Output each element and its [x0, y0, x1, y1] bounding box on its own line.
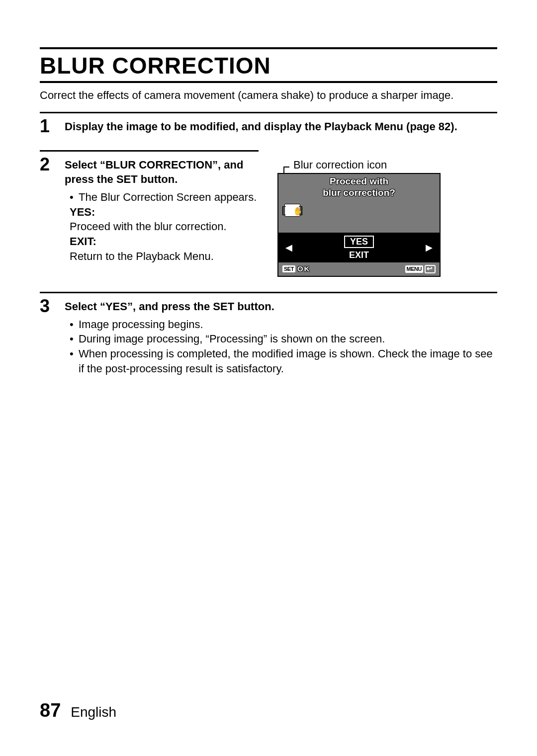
screen-prompt-line1: Proceed with: [278, 176, 440, 187]
step-3-number: 3: [40, 296, 65, 315]
step3-rule: [40, 292, 497, 293]
manual-page: BLUR CORRECTION Correct the effects of c…: [0, 0, 537, 756]
page-title: BLUR CORRECTION: [40, 52, 497, 79]
rule-top: [40, 47, 497, 49]
step-3: 3 Select “YES”, and press the SET button…: [40, 296, 497, 376]
step-1-heading: Display the image to be modified, and di…: [65, 120, 457, 133]
bullet-icon: •: [70, 332, 79, 346]
step-3-bullet-3: • When processing is completed, the modi…: [65, 346, 497, 376]
step-2-number: 2: [40, 155, 65, 173]
step-2-figure: Blur correction icon Proceed with blur c…: [268, 158, 497, 277]
bullet-icon: •: [70, 346, 79, 376]
step-2-text: Select “BLUR CORRECTION”, and press the …: [65, 158, 259, 277]
step-2-heading: Select “BLUR CORRECTION”, and press the …: [65, 158, 259, 187]
step-3-bullet-3-text: When processing is completed, the modifi…: [79, 346, 497, 376]
camera-screen: Proceed with blur correction? ✋ ◀ YES: [277, 173, 441, 277]
step-2-exit-text: Return to the Playback Menu.: [65, 249, 259, 264]
rule-under-title: [40, 81, 497, 83]
step-3-bullet-2-text: During image processing, “Processing” is…: [79, 332, 385, 346]
step-2-yes-label: YES:: [65, 205, 259, 220]
hand-icon: ✋: [293, 206, 303, 217]
right-arrow-icon[interactable]: ▶: [426, 242, 433, 253]
return-icon: [425, 265, 436, 273]
step1-rule: [40, 112, 497, 113]
option-yes[interactable]: YES: [344, 236, 374, 248]
page-number: 87: [40, 700, 61, 721]
step-3-heading: Select “YES”, and press the SET button.: [65, 299, 497, 314]
ok-text: OK: [297, 264, 311, 273]
step-1: 1 Display the image to be modified, and …: [40, 116, 497, 135]
left-arrow-icon[interactable]: ◀: [285, 242, 292, 253]
figure-label: Blur correction icon: [293, 158, 497, 172]
set-ok-indicator: SETOK: [282, 263, 310, 274]
step-2-exit-label: EXIT:: [65, 234, 259, 249]
step-2-bullet-1: • The Blur Correction Screen appears.: [65, 190, 259, 205]
step-2-yes-text: Proceed with the blur correction.: [65, 219, 259, 234]
screen-prompt: Proceed with blur correction?: [278, 174, 440, 202]
step-3-bullet-1-text: Image processing begins.: [79, 317, 203, 332]
screen-preview-area: ✋: [278, 202, 440, 233]
screen-options-row: ◀ YES EXIT ▶: [278, 233, 440, 262]
blur-correction-icon: ✋: [284, 204, 300, 217]
step-1-number: 1: [40, 116, 65, 135]
bullet-icon: •: [70, 317, 79, 332]
option-exit[interactable]: EXIT: [349, 250, 369, 260]
step-3-bullet-2: • During image processing, “Processing” …: [65, 332, 497, 346]
step2-rule: [40, 150, 259, 152]
intro-text: Correct the effects of camera movement (…: [40, 88, 497, 103]
step-2-bullet-1-text: The Blur Correction Screen appears.: [79, 190, 257, 205]
step-2: 2 Select “BLUR CORRECTION”, and press th…: [40, 155, 497, 277]
bullet-icon: •: [70, 190, 79, 205]
step-3-bullet-1: • Image processing begins.: [65, 317, 497, 332]
menu-return-indicator: MENU: [405, 263, 436, 273]
page-footer: 87 English: [40, 700, 116, 721]
language-label: English: [71, 704, 116, 720]
menu-badge-icon: MENU: [405, 265, 423, 273]
screen-footer: SETOK MENU: [278, 262, 440, 276]
set-badge-icon: SET: [282, 265, 295, 273]
screen-prompt-line2: blur correction?: [278, 187, 440, 199]
